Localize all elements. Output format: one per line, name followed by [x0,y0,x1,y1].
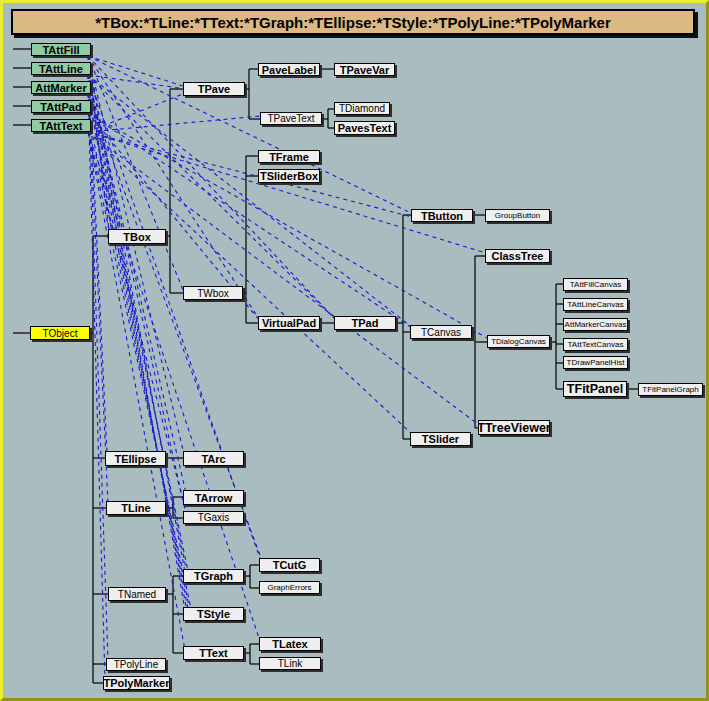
class-node-tnamed[interactable]: TNamed [108,587,166,601]
class-node-tattpad[interactable]: TAttPad [31,100,91,113]
diagram-title: *TBox:*TLine:*TText:*TGraph:*TEllipse:*T… [11,9,695,35]
multiple-inheritance-line [88,56,183,86]
class-node-tfitpanel[interactable]: TFitPanel [563,381,627,397]
multiple-inheritance-line [88,75,186,493]
multiple-inheritance-line [88,94,189,614]
class-node-attmarker[interactable]: AttMarker [31,81,91,94]
class-node-tarc[interactable]: TArc [183,451,244,466]
class-node-tdialogcanvas[interactable]: TDialogCanvas [487,335,550,348]
multiple-inheritance-line [88,75,261,561]
multiple-inheritance-line [88,116,261,132]
multiple-inheritance-line [88,132,260,641]
classtree-canvas: *TBox:*TLine:*TText:*TGraph:*TEllipse:*T… [0,0,709,701]
multiple-inheritance-line [88,132,193,618]
class-node-tpavevar[interactable]: TPaveVar [334,63,395,76]
diagram-title-text: *TBox:*TLine:*TText:*TGraph:*TEllipse:*T… [95,14,611,31]
class-node-tbutton[interactable]: TButton [411,209,473,222]
class-node-tpolymarker[interactable]: TPolyMarker [103,676,170,690]
class-node-tattlinecanvas[interactable]: TAttLineCanvas [563,298,628,311]
class-node-tdiamond[interactable]: TDiamond [334,102,390,115]
class-node-tfitpanelgraph[interactable]: TFitPanelGraph [638,383,703,396]
class-node-virtualpad[interactable]: VirtualPad [258,316,320,330]
class-node-tobject[interactable]: TObject [30,326,90,340]
class-node-groupbutton[interactable]: GroupButton [485,209,550,222]
class-node-tdrawpanelhist[interactable]: TDrawPanelHist [563,356,628,369]
class-node-tatttext[interactable]: TAttText [31,119,91,132]
class-node-tattfill[interactable]: TAttFill [31,43,91,56]
class-node-ttreeviewer[interactable]: TTreeViewer [478,420,550,435]
class-node-tgraph[interactable]: TGraph [183,569,244,583]
class-node-tatttextcanvas[interactable]: TAttTextCanvas [563,338,628,351]
class-node-tframe[interactable]: TFrame [258,150,320,163]
class-node-tarrow[interactable]: TArrow [183,490,244,505]
class-node-tgaxis[interactable]: TGaxis [183,511,244,524]
class-node-tattfillcanvas[interactable]: TAttFillCanvas [563,278,628,291]
class-node-grapherrors[interactable]: GraphErrors [259,581,320,594]
class-node-tcanvas[interactable]: TCanvas [410,325,472,339]
class-node-tpavetext[interactable]: TPaveText [260,112,322,125]
class-node-tlatex[interactable]: TLatex [259,637,321,651]
class-node-classtree[interactable]: ClassTree [485,249,550,263]
multiple-inheritance-line [88,113,415,330]
class-node-tbox[interactable]: TBox [108,229,166,244]
class-node-ttext[interactable]: TText [183,646,244,660]
multiple-inheritance-line [88,132,413,435]
class-node-tpolyline[interactable]: TPolyLine [106,658,166,671]
class-node-pavelabel[interactable]: PaveLabel [258,63,320,76]
class-node-tstyle[interactable]: TStyle [183,607,244,621]
class-node-tline[interactable]: TLine [106,501,166,515]
class-node-tcutg[interactable]: TCutG [259,558,320,572]
class-node-tattline[interactable]: TAttLine [31,62,91,75]
class-node-tlink[interactable]: TLink [259,657,321,670]
class-node-pavestext[interactable]: PavesText [334,121,395,135]
class-node-tsliderbox[interactable]: TSliderBox [258,169,320,183]
class-node-twbox[interactable]: TWbox [183,286,243,300]
class-node-tslider[interactable]: TSlider [410,432,471,446]
class-node-tpad[interactable]: TPad [334,316,396,330]
class-node-tpave[interactable]: TPave [183,82,245,96]
multiple-inheritance-line [88,92,188,132]
multiple-inheritance-line [88,75,187,612]
multiple-inheritance-line [88,94,105,679]
class-node-attmarkercanvas[interactable]: AttMarkerCanvas [563,318,628,331]
class-node-tellipse[interactable]: TEllipse [105,451,166,466]
